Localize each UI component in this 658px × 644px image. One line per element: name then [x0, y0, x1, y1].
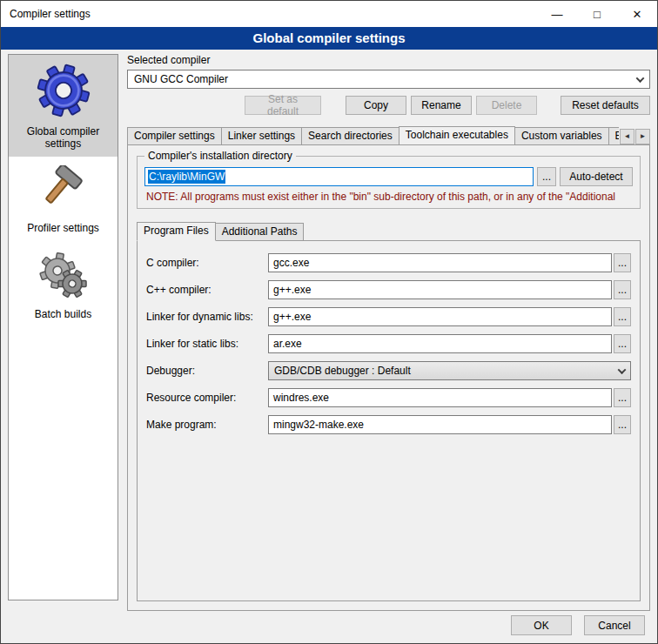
dialog-footer: OK Cancel [511, 615, 645, 635]
cpp-compiler-input[interactable]: g++.exe [268, 280, 612, 299]
toolchain-executables-panel: Compiler's installation directory C:\ray… [127, 144, 650, 611]
tab-compiler-settings[interactable]: Compiler settings [127, 127, 222, 144]
field-row-c-compiler: C compiler: gcc.exe ... [146, 253, 631, 272]
titlebar[interactable]: Compiler settings — □ ✕ [1, 1, 657, 27]
settings-tabbar: Compiler settings Linker settings Search… [127, 125, 650, 144]
browse-c-compiler-button[interactable]: ... [614, 253, 631, 272]
dialog-content: Global compiler settings Profiler settin… [1, 50, 657, 643]
rename-button[interactable]: Rename [411, 96, 472, 115]
installation-directory-label: Compiler's installation directory [144, 150, 296, 162]
tab-program-files[interactable]: Program Files [137, 222, 216, 241]
sidebar-item-global-compiler-settings[interactable]: Global compiler settings [9, 55, 118, 157]
field-label: Resource compiler: [146, 392, 268, 404]
maximize-button[interactable]: □ [577, 1, 617, 27]
tab-additional-paths[interactable]: Additional Paths [215, 223, 305, 240]
auto-detect-button[interactable]: Auto-detect [560, 167, 633, 186]
debugger-select-value: GDB/CDB debugger : Default [274, 365, 411, 377]
linker-static-input[interactable]: ar.exe [268, 334, 612, 353]
set-as-default-button[interactable]: Set as default [245, 96, 321, 115]
sidebar-item-profiler-settings[interactable]: Profiler settings [9, 157, 118, 241]
field-label: Debugger: [146, 365, 268, 377]
tab-toolchain-executables[interactable]: Toolchain executables [399, 126, 515, 144]
field-label: C++ compiler: [146, 284, 268, 296]
compiler-select[interactable]: GNU GCC Compiler [127, 70, 650, 89]
field-value: mingw32-make.exe [273, 419, 364, 431]
close-button[interactable]: ✕ [617, 1, 657, 27]
installation-directory-group: Compiler's installation directory C:\ray… [137, 156, 641, 209]
browse-linker-static-button[interactable]: ... [614, 334, 631, 353]
resource-compiler-input[interactable]: windres.exe [268, 388, 612, 407]
sidebar-item-batch-builds[interactable]: Batch builds [9, 241, 118, 327]
tab-scroll-left-button[interactable]: ◄ [620, 129, 634, 144]
installation-directory-value: C:\raylib\MinGW [148, 170, 225, 184]
reset-defaults-button[interactable]: Reset defaults [561, 96, 650, 115]
field-value: g++.exe [273, 284, 311, 296]
field-row-linker-dynamic: Linker for dynamic libs: g++.exe ... [146, 307, 631, 326]
chevron-down-icon [618, 366, 627, 374]
field-row-cpp-compiler: C++ compiler: g++.exe ... [146, 280, 631, 299]
browse-cpp-compiler-button[interactable]: ... [614, 280, 631, 299]
field-value: windres.exe [273, 392, 329, 404]
cancel-button[interactable]: Cancel [584, 615, 645, 635]
field-value: gcc.exe [273, 257, 309, 269]
installation-directory-input[interactable]: C:\raylib\MinGW [144, 167, 534, 186]
tab-build-truncated[interactable]: Buil [608, 127, 619, 144]
field-value: g++.exe [273, 311, 311, 323]
minimize-button[interactable]: — [537, 1, 577, 27]
field-label: C compiler: [146, 257, 268, 269]
make-program-input[interactable]: mingw32-make.exe [268, 415, 612, 434]
field-row-resource-compiler: Resource compiler: windres.exe ... [146, 388, 631, 407]
tab-scroll-right-button[interactable]: ► [635, 129, 650, 144]
tab-linker-settings[interactable]: Linker settings [221, 127, 302, 144]
browse-resource-compiler-button[interactable]: ... [614, 388, 631, 407]
delete-button[interactable]: Delete [476, 96, 537, 115]
sidebar-item-label: Batch builds [11, 308, 115, 320]
main-panel: Selected compiler GNU GCC Compiler Set a… [127, 54, 650, 611]
note-text: NOTE: All programs must exist either in … [146, 191, 631, 203]
field-row-make-program: Make program: mingw32-make.exe ... [146, 415, 631, 434]
selected-compiler-label: Selected compiler [127, 54, 650, 66]
field-label: Make program: [146, 419, 268, 431]
field-row-debugger: Debugger: GDB/CDB debugger : Default [146, 361, 631, 380]
compiler-select-value: GNU GCC Compiler [134, 73, 228, 85]
linker-dynamic-input[interactable]: g++.exe [268, 307, 612, 326]
field-value: ar.exe [273, 338, 302, 350]
field-label: Linker for static libs: [146, 338, 268, 350]
dialog-header-title: Global compiler settings [1, 27, 657, 50]
compiler-actions: Set as default Copy Rename Delete Reset … [127, 96, 650, 115]
hammer-icon [39, 165, 88, 214]
field-row-linker-static: Linker for static libs: ar.exe ... [146, 334, 631, 353]
browse-linker-dynamic-button[interactable]: ... [614, 307, 631, 326]
browse-directory-button[interactable]: ... [537, 167, 556, 186]
browse-make-program-button[interactable]: ... [614, 415, 631, 434]
tab-custom-variables[interactable]: Custom variables [514, 127, 609, 144]
ok-button[interactable]: OK [511, 615, 572, 635]
chevron-down-icon [636, 74, 645, 83]
gray-gears-icon [38, 250, 89, 300]
compiler-settings-window: Compiler settings — □ ✕ Global compiler … [0, 0, 658, 644]
c-compiler-input[interactable]: gcc.exe [268, 253, 612, 272]
sidebar-item-label: Global compiler settings [11, 125, 115, 150]
settings-category-list: Global compiler settings Profiler settin… [8, 54, 118, 600]
blue-gear-icon [37, 64, 91, 117]
tab-search-directories[interactable]: Search directories [301, 127, 400, 144]
debugger-select[interactable]: GDB/CDB debugger : Default [268, 361, 631, 380]
copy-button[interactable]: Copy [346, 96, 406, 115]
sidebar-item-label: Profiler settings [11, 222, 115, 234]
programs-tabbar: Program Files Additional Paths [137, 221, 641, 240]
window-controls: — □ ✕ [537, 1, 657, 27]
field-label: Linker for dynamic libs: [146, 311, 268, 323]
window-title: Compiler settings [1, 8, 91, 20]
program-files-panel: C compiler: gcc.exe ... C++ compiler: g+… [137, 240, 641, 601]
